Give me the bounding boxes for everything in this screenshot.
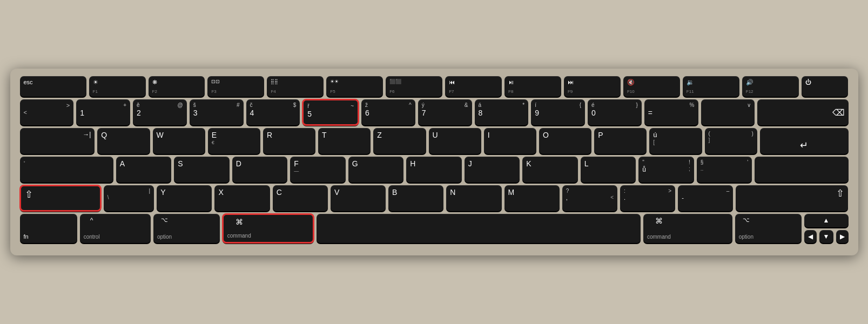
key-f5[interactable]: ☀☀ F5 [326, 76, 383, 97]
key-option-right[interactable]: ⌥ option [735, 214, 802, 243]
key-esc[interactable]: esc [20, 76, 86, 97]
key-bracket-left[interactable]: ú [ [649, 128, 702, 154]
key-r[interactable]: R [263, 128, 315, 154]
key-f7[interactable]: ⏮ F7 [445, 76, 502, 97]
key-enter[interactable]: ↵ [760, 128, 849, 154]
key-6[interactable]: ž ^ 6 [361, 99, 415, 125]
key-1[interactable]: + 1 [76, 99, 130, 125]
key-f12[interactable]: 🔊 F12 [742, 76, 799, 97]
key-3[interactable]: š # 3 [190, 99, 244, 125]
key-q[interactable]: Q [97, 128, 150, 154]
key-h[interactable]: H [406, 157, 462, 183]
key-arrow-down[interactable]: ▼ [819, 230, 833, 243]
key-s[interactable]: S [174, 157, 230, 183]
key-iso[interactable]: | \ [104, 185, 154, 211]
key-0[interactable]: é } 0 [588, 99, 642, 125]
key-apostrophe[interactable]: § ' .. [697, 157, 752, 183]
key-equals[interactable]: ∨ [701, 99, 755, 125]
key-7[interactable]: ý & 7 [418, 99, 472, 125]
key-control[interactable]: ^ control [80, 214, 151, 243]
key-l[interactable]: L [581, 157, 636, 183]
key-f1[interactable]: ☀ F1 [89, 76, 146, 97]
key-bracket-right[interactable]: ( ) ] [705, 128, 757, 154]
zxcv-row: ⇧ | \ Y X C V B N M [20, 185, 849, 211]
key-p[interactable]: P [594, 128, 647, 154]
asdf-row: • A S D F — G H [20, 157, 849, 183]
bottom-row: fn ^ control ⌥ option ⌘ command ⌘ [20, 214, 849, 243]
key-d[interactable]: D [232, 157, 288, 183]
key-backslash[interactable] [755, 157, 848, 183]
key-slash[interactable]: – - [678, 185, 733, 211]
number-row: > < + 1 ě @ 2 š # [20, 99, 849, 125]
key-backtick[interactable]: > < [20, 99, 74, 125]
key-capslock[interactable]: • [20, 157, 113, 183]
key-space[interactable] [317, 214, 641, 243]
key-u[interactable]: U [429, 128, 481, 154]
key-fn[interactable]: fn [20, 214, 77, 243]
key-command-right[interactable]: ⌘ command [643, 214, 732, 243]
key-g[interactable]: G [348, 157, 404, 183]
key-f9[interactable]: ⏭ F9 [564, 76, 621, 97]
key-b[interactable]: B [388, 185, 443, 211]
key-option-left[interactable]: ⌥ option [153, 214, 220, 243]
key-arrow-up[interactable]: ▲ [804, 214, 849, 227]
key-x[interactable]: X [214, 185, 270, 211]
key-f8[interactable]: ⏯ F8 [504, 76, 561, 97]
key-v[interactable]: V [331, 185, 386, 211]
key-power[interactable]: ⏻ [802, 76, 849, 97]
key-shift-left[interactable]: ⇧ [20, 185, 101, 211]
key-arrow-right[interactable]: ▶ [836, 230, 849, 243]
key-f11[interactable]: 🔉 F11 [683, 76, 739, 97]
key-e[interactable]: E € [208, 128, 260, 154]
key-5[interactable]: ř ~ 5 [302, 99, 359, 125]
key-2[interactable]: ě @ 2 [133, 99, 187, 125]
key-minus[interactable]: % = [644, 99, 698, 125]
key-f10[interactable]: 🔇 F10 [623, 76, 680, 97]
key-period[interactable]: : > . [620, 185, 675, 211]
key-9[interactable]: í { 9 [531, 99, 585, 125]
key-t[interactable]: T [318, 128, 371, 154]
key-f3[interactable]: ⊡⊡ F3 [207, 76, 264, 97]
key-f[interactable]: F — [290, 157, 346, 183]
key-w[interactable]: W [153, 128, 205, 154]
key-i[interactable]: I [484, 128, 536, 154]
key-j[interactable]: J [465, 157, 520, 183]
key-8[interactable]: á * 8 [475, 99, 529, 125]
keyboard: esc ☀ F1 ❋ F2 ⊡⊡ F3 ⣿⣿ F4 ☀☀ F5 ⬛⬛ F6 ⏮ … [10, 69, 858, 255]
key-semicolon[interactable]: " ! ů ; [638, 157, 694, 183]
key-c[interactable]: C [273, 185, 328, 211]
key-o[interactable]: O [539, 128, 591, 154]
key-y[interactable]: Y [157, 185, 212, 211]
key-arrow-left[interactable]: ◀ [804, 230, 817, 243]
key-n[interactable]: N [446, 185, 501, 211]
key-backspace[interactable]: ⌫ [757, 99, 848, 125]
key-f4[interactable]: ⣿⣿ F4 [267, 76, 324, 97]
key-shift-right[interactable]: ⇧ [736, 185, 848, 211]
key-a[interactable]: A [116, 157, 172, 183]
qwerty-row: →| Q W E € R T Z [20, 128, 849, 154]
key-z[interactable]: Z [373, 128, 426, 154]
key-command-left[interactable]: ⌘ command [223, 214, 314, 243]
key-f2[interactable]: ❋ F2 [149, 76, 205, 97]
fn-key-row: esc ☀ F1 ❋ F2 ⊡⊡ F3 ⣿⣿ F4 ☀☀ F5 ⬛⬛ F6 ⏮ … [20, 76, 849, 97]
key-tab[interactable]: →| [20, 128, 95, 154]
key-f6[interactable]: ⬛⬛ F6 [386, 76, 442, 97]
key-comma[interactable]: ? , < [562, 185, 617, 211]
key-4[interactable]: č $ 4 [246, 99, 300, 125]
key-m[interactable]: M [504, 185, 560, 211]
key-k[interactable]: K [522, 157, 578, 183]
